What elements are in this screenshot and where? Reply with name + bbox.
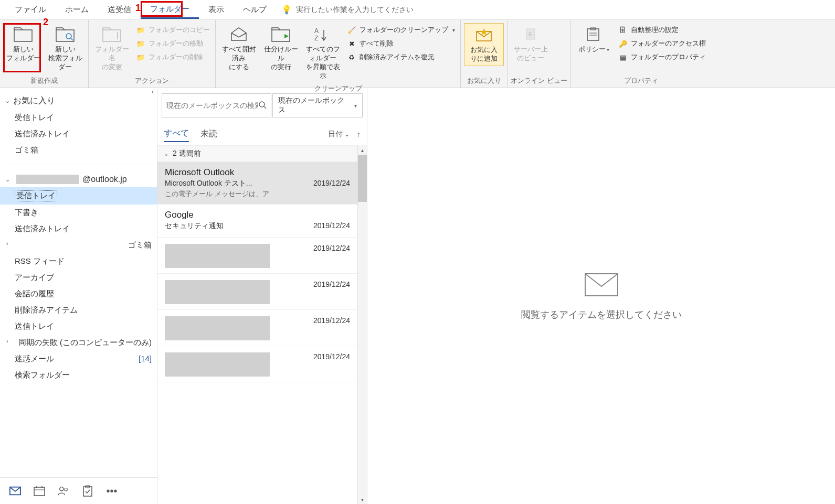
fav-sent[interactable]: 送信済みトレイ (0, 126, 157, 142)
folder-label: 会話の履歴 (15, 289, 54, 299)
new-folder-button[interactable]: 新しい フォルダー (3, 23, 43, 65)
open-envelope-icon (228, 25, 249, 44)
server-view-button: E サーバー上 のビュー (511, 23, 551, 65)
delete-all-button[interactable]: ✖すべて削除 (345, 38, 457, 49)
sort-folders-button[interactable]: AZ すべてのフォルダー を昇順で表示 (303, 23, 343, 83)
scroll-down-icon[interactable]: ▾ (358, 495, 367, 504)
tell-me[interactable]: 💡 実行したい作業を入力してください (281, 5, 414, 15)
run-rules-button[interactable]: 仕分けルール の実行 (261, 23, 301, 74)
folder-item[interactable]: 送信済みトレイ (0, 221, 157, 237)
message-from: Google (165, 210, 194, 220)
menu-help[interactable]: ヘルプ (234, 2, 276, 18)
folder-label: 迷惑メール (15, 354, 54, 364)
policy-button[interactable]: ポリシー (574, 23, 614, 56)
search-input[interactable] (166, 101, 258, 110)
sort-by[interactable]: 日付 (328, 130, 350, 139)
svg-point-23 (65, 488, 67, 491)
message-item[interactable]: 2019/12/24 (157, 238, 357, 274)
message-item[interactable]: Googleセキュリティ通知2019/12/24 (157, 205, 357, 238)
folder-item[interactable]: 送信トレイ (0, 318, 157, 335)
new-search-folder-button[interactable]: 新しい 検索フォルダー (45, 23, 85, 74)
folder-run-icon (270, 25, 291, 44)
mail-nav-icon[interactable] (9, 485, 21, 497)
scroll-thumb[interactable] (358, 155, 367, 202)
search-icon[interactable] (258, 101, 267, 111)
message-item[interactable]: 2019/12/24 (157, 310, 357, 346)
account-heading[interactable]: ⌄ @outlook.jp (0, 171, 157, 187)
search-box[interactable] (162, 93, 271, 117)
folder-item[interactable]: 検索フォルダー (0, 367, 157, 383)
folder-item[interactable]: RSS フィード (0, 253, 157, 270)
folder-item[interactable]: 下書き (0, 205, 157, 221)
filter-unread[interactable]: 未読 (200, 126, 217, 142)
message-date: 2019/12/24 (313, 244, 350, 268)
folder-item[interactable]: ›同期の失敗 (このコンピューターのみ) (0, 335, 157, 351)
menu-view[interactable]: 表示 (199, 2, 234, 18)
calendar-nav-icon[interactable] (34, 485, 45, 497)
folder-search-icon (55, 25, 76, 44)
folder-item[interactable]: アーカイブ (0, 270, 157, 286)
menu-sendreceive[interactable]: 送受信 (98, 2, 141, 18)
scrollbar[interactable]: ▴ ▾ (357, 145, 367, 504)
delete-icon: ✖ (347, 39, 356, 48)
filter-all[interactable]: すべて (164, 126, 189, 142)
folder-label: 削除済みアイテム (15, 305, 78, 315)
folder-count: [14] (139, 354, 152, 364)
autoarchive-button[interactable]: 🗄自動整理の設定 (616, 24, 708, 36)
search-scope[interactable]: 現在のメールボックス (272, 93, 363, 117)
chevron-down-icon: ⌄ (5, 176, 10, 183)
menu-home[interactable]: ホーム (56, 2, 98, 18)
delete-folder-icon: 📁 (136, 52, 145, 62)
sort-folders-label: すべてのフォルダー を昇順で表示 (304, 45, 342, 81)
server-icon: E (520, 25, 541, 44)
svg-rect-18 (34, 487, 45, 496)
message-item[interactable]: 2019/12/24 (157, 274, 357, 310)
svg-rect-13 (587, 29, 599, 40)
folder-icon (13, 25, 34, 44)
more-nav-icon[interactable]: ••• (106, 485, 118, 497)
folder-item[interactable]: 会話の履歴 (0, 286, 157, 302)
folder-label: 同期の失敗 (このコンピューターのみ) (18, 338, 152, 348)
message-date: 2019/12/24 (313, 179, 350, 188)
folder-item[interactable]: 受信トレイ (0, 187, 157, 205)
move-folder-icon: 📁 (136, 39, 145, 48)
copy-folder-icon: 📁 (136, 25, 145, 35)
folder-permissions-button[interactable]: 🔑フォルダーのアクセス権 (616, 38, 708, 49)
fav-trash[interactable]: ゴミ箱 (0, 142, 157, 158)
add-to-favorites-label: お気に入 りに追加 (470, 46, 498, 63)
sidebar-divider (4, 165, 153, 165)
message-date: 2019/12/24 (313, 280, 350, 304)
chevron-down-icon: ⌄ (164, 151, 168, 157)
redacted-block (165, 280, 270, 304)
recover-deleted-button[interactable]: ♻削除済みアイテムを復元 (345, 51, 457, 63)
people-nav-icon[interactable] (58, 485, 69, 497)
collapse-sidebar-icon[interactable]: ‹ (152, 88, 154, 95)
tasks-nav-icon[interactable] (82, 485, 93, 497)
bulb-icon: 💡 (281, 5, 292, 15)
sort-direction[interactable]: ↑ (357, 130, 361, 138)
folder-properties-button[interactable]: ▤フォルダーのプロパティ (616, 51, 708, 63)
ribbon-group-new: 新しい フォルダー 新しい 検索フォルダー 新規作成 (0, 20, 89, 88)
menu-file[interactable]: ファイル (5, 2, 56, 18)
chevron-down-icon: ⌄ (5, 98, 10, 104)
svg-text:E: E (529, 31, 532, 37)
folder-item[interactable]: 迷惑メール[14] (0, 351, 157, 367)
folder-label: RSS フィード (15, 256, 65, 266)
message-item[interactable]: 2019/12/24 (157, 346, 357, 382)
scroll-up-icon[interactable]: ▴ (358, 145, 367, 155)
svg-line-3 (71, 38, 73, 40)
mark-all-read-button[interactable]: すべて開封済み にする (219, 23, 259, 74)
menu-folder[interactable]: フォルダー (141, 1, 199, 19)
folder-item[interactable]: ›ゴミ箱 (0, 237, 157, 253)
fav-inbox[interactable]: 受信トレイ (0, 110, 157, 126)
rename-folder-label: フォルダー名 の変更 (93, 45, 131, 72)
new-search-folder-label: 新しい 検索フォルダー (46, 45, 84, 72)
date-group-header[interactable]: ⌄ 2 週間前 (157, 145, 357, 162)
folder-item[interactable]: 削除済みアイテム (0, 302, 157, 318)
ribbon-group-label-online: オンライン ビュー (511, 75, 567, 87)
favorites-heading[interactable]: ⌄ お気に入り (0, 92, 157, 110)
folder-cleanup-button[interactable]: 🧹フォルダーのクリーンアップ (345, 24, 457, 36)
add-to-favorites-button[interactable]: お気に入 りに追加 (464, 23, 504, 66)
scroll-track[interactable] (358, 202, 367, 495)
message-item[interactable]: Microsoft OutlookMicrosoft Outlook テスト..… (157, 162, 357, 205)
